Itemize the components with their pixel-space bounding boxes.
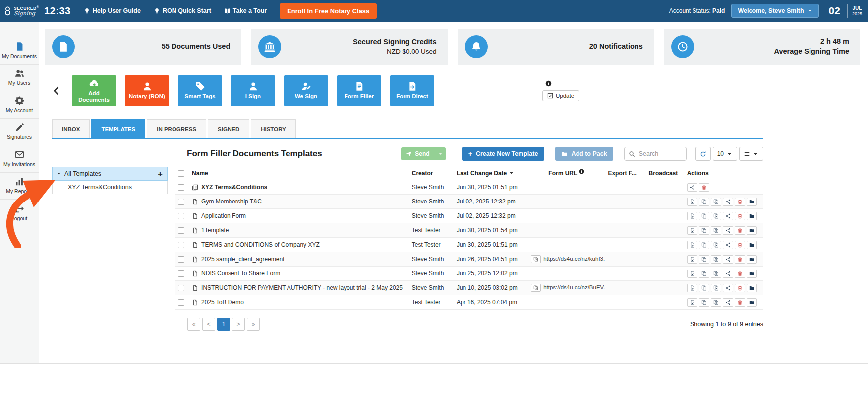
trash-action-button[interactable] (699, 183, 709, 192)
tree-item-all-templates[interactable]: All Templates + (52, 167, 168, 181)
trash-action-button[interactable] (735, 255, 745, 264)
folder-action-button[interactable] (747, 255, 757, 264)
collapse-actions-button[interactable] (51, 85, 62, 96)
template-name[interactable]: 2025 sample_client_agreement (192, 256, 406, 263)
copy-url-button[interactable] (531, 284, 541, 292)
row-checkbox[interactable] (178, 285, 184, 291)
topbar-link-take-a-tour[interactable]: Take a Tour (224, 7, 267, 14)
copy-action-button[interactable] (699, 226, 709, 235)
column-header-last-change-date[interactable]: Last Change Date (454, 167, 528, 180)
duplicate-action-button[interactable] (711, 226, 721, 235)
trash-action-button[interactable] (735, 212, 745, 220)
copy-action-button[interactable] (699, 212, 709, 220)
enroll-notary-class-button[interactable]: Enroll In Free Notary Class (280, 3, 377, 19)
add-documents-button[interactable]: Add Documents (72, 75, 116, 106)
trash-action-button[interactable] (735, 270, 745, 278)
column-header-form-url[interactable]: Form URL (528, 167, 605, 180)
duplicate-action-button[interactable] (711, 198, 721, 206)
notary-ron-button[interactable]: Notary (RON) (125, 75, 169, 106)
form-action-button[interactable] (687, 226, 697, 235)
form-action-button[interactable] (687, 298, 697, 307)
column-header-name[interactable]: Name (189, 167, 409, 180)
sidebar-item-signatures[interactable]: Signatures (0, 118, 39, 145)
page-button-prev[interactable]: < (202, 318, 215, 331)
copy-action-button[interactable] (699, 241, 709, 249)
row-checkbox[interactable] (178, 242, 184, 248)
topbar-link-help-user-guide[interactable]: Help User Guide (84, 7, 141, 14)
search-input[interactable] (635, 150, 686, 157)
row-checkbox[interactable] (178, 270, 184, 277)
share-action-button[interactable] (723, 241, 733, 249)
tree-expand-icon[interactable] (57, 172, 61, 176)
row-checkbox[interactable] (178, 299, 184, 306)
share-action-button[interactable] (723, 198, 733, 206)
trash-action-button[interactable] (735, 298, 745, 307)
template-name[interactable]: NDIS Consent To Share Form (192, 270, 406, 277)
row-checkbox[interactable] (178, 256, 184, 263)
row-checkbox[interactable] (178, 199, 184, 205)
smart-tags-button[interactable]: Smart Tags (178, 75, 222, 106)
sidebar-item-my-invitations[interactable]: My Invitations (0, 145, 39, 172)
view-options-button[interactable] (739, 147, 763, 161)
add-folder-button[interactable]: + (158, 170, 163, 178)
template-name[interactable]: Gym Membership T&C (192, 198, 406, 205)
welcome-user-button[interactable]: Welcome, Steve Smith (731, 4, 818, 18)
share-action-button[interactable] (723, 284, 733, 292)
folder-action-button[interactable] (747, 270, 757, 278)
row-checkbox[interactable] (178, 213, 184, 219)
create-new-template-button[interactable]: + Create New Template (462, 147, 545, 161)
form-filler-button[interactable]: Form Filler (337, 75, 381, 106)
info-icon[interactable] (545, 80, 552, 87)
share-action-button[interactable] (723, 298, 733, 307)
send-button[interactable]: Send (401, 147, 434, 160)
page-button-1[interactable]: 1 (217, 318, 230, 331)
page-button-last[interactable]: » (247, 318, 260, 331)
add-to-pack-button[interactable]: Add to Pack (555, 147, 613, 161)
page-size-select[interactable]: 10 (713, 147, 737, 161)
column-header-creator[interactable]: Creator (409, 167, 454, 180)
folder-action-button[interactable] (747, 226, 757, 235)
trash-action-button[interactable] (735, 198, 745, 206)
copy-action-button[interactable] (699, 284, 709, 292)
share-action-button[interactable] (723, 226, 733, 235)
form-action-button[interactable] (687, 255, 697, 264)
template-name[interactable]: XYZ Terms&Conditions (192, 184, 406, 191)
update-button[interactable]: Update (542, 90, 579, 101)
column-header-broadcast[interactable]: Broadcast (646, 167, 684, 180)
copy-action-button[interactable] (699, 255, 709, 264)
form-url-link[interactable]: https://ds4u.cc/nz/kuhf3... (543, 256, 605, 262)
form-url-link[interactable]: https://ds4u.cc/nz/BuEV... (543, 285, 605, 291)
tab-signed[interactable]: SIGNED (208, 119, 249, 138)
info-icon[interactable] (579, 169, 584, 174)
tab-templates[interactable]: TEMPLATES (91, 119, 145, 138)
copy-action-button[interactable] (699, 298, 709, 307)
trash-action-button[interactable] (735, 241, 745, 249)
brand-logo[interactable]: SECURED® Signing (0, 4, 39, 17)
folder-action-button[interactable] (747, 198, 757, 206)
folder-action-button[interactable] (747, 284, 757, 292)
share-action-button[interactable] (723, 270, 733, 278)
trash-action-button[interactable] (735, 226, 745, 235)
duplicate-action-button[interactable] (711, 270, 721, 278)
refresh-button[interactable] (695, 147, 711, 161)
duplicate-action-button[interactable] (711, 284, 721, 292)
share-action-button[interactable] (723, 212, 733, 220)
tab-in-progress[interactable]: IN PROGRESS (147, 119, 206, 138)
we-sign-button[interactable]: We Sign (284, 75, 328, 106)
copy-url-button[interactable] (531, 255, 541, 263)
page-button-first[interactable]: « (187, 318, 200, 331)
page-button-next[interactable]: > (232, 318, 245, 331)
tab-inbox[interactable]: INBOX (52, 119, 90, 138)
column-header-export[interactable]: Export F... (605, 167, 645, 180)
send-dropdown-button[interactable] (435, 147, 446, 160)
copy-action-button[interactable] (699, 270, 709, 278)
row-checkbox[interactable] (178, 227, 184, 234)
copy-action-button[interactable] (699, 198, 709, 206)
trash-action-button[interactable] (735, 284, 745, 292)
share-action-button[interactable] (723, 255, 733, 264)
form-action-button[interactable] (687, 284, 697, 292)
duplicate-action-button[interactable] (711, 212, 721, 220)
i-sign-button[interactable]: I Sign (231, 75, 275, 106)
row-checkbox[interactable] (178, 184, 184, 191)
template-name[interactable]: 2025 ToB Demo (192, 299, 406, 306)
